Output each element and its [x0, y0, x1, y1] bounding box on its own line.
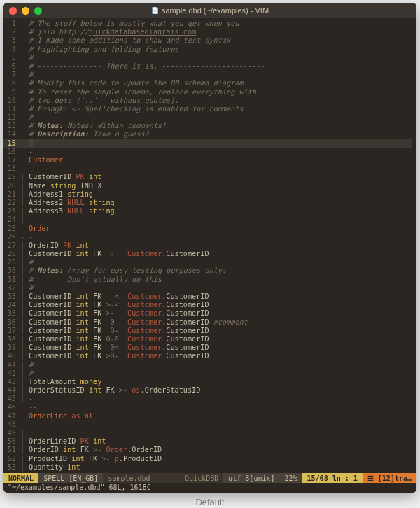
code-line[interactable]: 11 # Fusngk! <- Spellchecking is enabled…: [4, 105, 412, 113]
code-line[interactable]: 46 --: [4, 403, 412, 411]
code-line[interactable]: 40|CustomerID int FK >0- Customer.Custom…: [4, 352, 412, 360]
code-line[interactable]: 23|Address3 NULL string: [4, 207, 412, 216]
code-line[interactable]: 27|OrderID PK int: [4, 241, 412, 250]
fold-column[interactable]: |: [19, 309, 26, 318]
code-line[interactable]: 17 Customer: [4, 156, 412, 164]
code-line[interactable]: 30|# Notes: Array for easy testing purpo…: [4, 267, 412, 275]
fold-column[interactable]: [19, 88, 26, 97]
fold-column[interactable]: [19, 403, 26, 411]
fold-column[interactable]: [19, 54, 26, 62]
code-line[interactable]: 31|# Don't actually do this.: [4, 276, 412, 284]
code-line[interactable]: 10 # two dots ('..' - without quotes).: [4, 97, 412, 105]
code-line[interactable]: 16 -: [4, 148, 412, 156]
code-line[interactable]: 53|Quantity int: [4, 463, 412, 472]
fold-column[interactable]: |: [19, 182, 26, 190]
code-line[interactable]: 48---: [4, 421, 412, 429]
minimize-icon[interactable]: [22, 7, 29, 15]
fold-column[interactable]: |: [19, 446, 26, 454]
fold-column[interactable]: |: [19, 463, 26, 472]
close-icon[interactable]: [9, 7, 17, 15]
fold-column[interactable]: [19, 45, 26, 54]
code-line[interactable]: 14 # Description: Take a guess?: [4, 130, 412, 139]
fold-column[interactable]: |: [19, 199, 26, 207]
code-line[interactable]: 49|: [4, 429, 412, 437]
fold-column[interactable]: [19, 105, 26, 113]
fold-column[interactable]: |: [19, 292, 26, 301]
fold-column[interactable]: |: [19, 190, 26, 199]
code-line[interactable]: 18--: [4, 164, 412, 173]
fold-column[interactable]: |: [19, 327, 26, 335]
fold-column[interactable]: |: [19, 352, 26, 360]
fold-column[interactable]: |: [19, 455, 26, 463]
fold-column[interactable]: [19, 36, 26, 45]
fold-column[interactable]: [19, 225, 26, 233]
fold-column[interactable]: [19, 156, 26, 164]
code-line[interactable]: 32|#: [4, 284, 412, 292]
code-line[interactable]: 12 #: [4, 113, 412, 122]
code-line[interactable]: 43|TotalAmount money: [4, 378, 412, 386]
code-line[interactable]: 25 Order: [4, 225, 412, 233]
code-line[interactable]: 9 # To reset the sample schema, replace …: [4, 88, 412, 97]
code-line[interactable]: 15: [4, 139, 412, 148]
code-line[interactable]: 52|ProductID int FK >- p.ProductID: [4, 455, 412, 463]
fold-column[interactable]: [19, 97, 26, 105]
code-line[interactable]: 1 # The stuff below is mostly what you g…: [4, 20, 412, 28]
fold-column[interactable]: |: [19, 250, 26, 258]
fold-column[interactable]: [19, 139, 26, 148]
code-line[interactable]: 5 #: [4, 54, 412, 62]
code-line[interactable]: 3 # I made some additions to show and te…: [4, 36, 412, 45]
fold-column[interactable]: [19, 79, 26, 87]
code-line[interactable]: 39|CustomerID int FK 0< Customer.Custome…: [4, 344, 412, 352]
code-line[interactable]: 19|CustomerID PK int: [4, 173, 412, 181]
fold-column[interactable]: [19, 148, 26, 156]
code-line[interactable]: 45|-: [4, 395, 412, 403]
fold-column[interactable]: |: [19, 369, 26, 378]
fold-column[interactable]: [19, 71, 26, 79]
code-line[interactable]: 4 # highlighting and folding features: [4, 45, 412, 54]
code-line[interactable]: 24|-: [4, 216, 412, 224]
code-line[interactable]: 21|Address1 string: [4, 190, 412, 199]
code-line[interactable]: 22|Address2 NULL string: [4, 199, 412, 207]
code-line[interactable]: 50|OrderLineID PK int: [4, 437, 412, 446]
code-line[interactable]: 2 # join http://quickdatabasediagrams.co…: [4, 28, 412, 36]
code-line[interactable]: 44|OrderStatusID int FK >- os.OrderStatu…: [4, 386, 412, 395]
fold-column[interactable]: |: [19, 429, 26, 437]
fold-column[interactable]: [19, 122, 26, 130]
fold-column[interactable]: -: [19, 421, 26, 429]
fold-column[interactable]: |: [19, 395, 26, 403]
fold-column[interactable]: |: [19, 284, 26, 292]
code-line[interactable]: 8 # Modify this code to update the DB sc…: [4, 79, 412, 87]
code-line[interactable]: 34|CustomerID int FK >-< Customer.Custom…: [4, 301, 412, 309]
code-line[interactable]: 35|CustomerID int FK >- Customer.Custome…: [4, 309, 412, 318]
fold-column[interactable]: |: [19, 335, 26, 344]
fold-column[interactable]: |: [19, 344, 26, 352]
fold-column[interactable]: [19, 28, 26, 36]
code-line[interactable]: 33|CustomerID int FK -< Customer.Custome…: [4, 292, 412, 301]
code-line[interactable]: 20|Name string INDEX: [4, 182, 412, 190]
code-line[interactable]: 41|#: [4, 361, 412, 369]
fold-column[interactable]: |: [19, 437, 26, 446]
code-line[interactable]: 38|CustomerID int FK 0-0 Customer.Custom…: [4, 335, 412, 344]
fold-column[interactable]: |: [19, 378, 26, 386]
fold-column[interactable]: |: [19, 173, 26, 181]
code-line[interactable]: 28|CustomerID int FK - Customer.Customer…: [4, 250, 412, 258]
fold-column[interactable]: |: [19, 318, 26, 327]
code-line[interactable]: 6 # --------------- There it is. -------…: [4, 62, 412, 71]
titlebar[interactable]: 📄 sample.dbd (~/examples) - VIM: [4, 3, 416, 18]
code-line[interactable]: 47 OrderLine as ol: [4, 412, 412, 421]
code-line[interactable]: 36|CustomerID int FK -0 Customer.Custome…: [4, 318, 412, 327]
fold-column[interactable]: [19, 412, 26, 421]
code-line[interactable]: 13 # Notes: Notes! Within comments!: [4, 122, 412, 130]
maximize-icon[interactable]: [34, 7, 42, 15]
fold-column[interactable]: [19, 20, 26, 28]
fold-column[interactable]: -: [19, 164, 26, 173]
fold-column[interactable]: [19, 62, 26, 71]
code-line[interactable]: 7 #: [4, 71, 412, 79]
fold-column[interactable]: -: [19, 233, 26, 241]
fold-column[interactable]: [19, 113, 26, 122]
fold-column[interactable]: |: [19, 207, 26, 216]
code-line[interactable]: 37|CustomerID int FK 0- Customer.Custome…: [4, 327, 412, 335]
fold-column[interactable]: |: [19, 276, 26, 284]
code-line[interactable]: 51|OrderID int FK >- Order.OrderID: [4, 446, 412, 454]
fold-column[interactable]: |: [19, 361, 26, 369]
